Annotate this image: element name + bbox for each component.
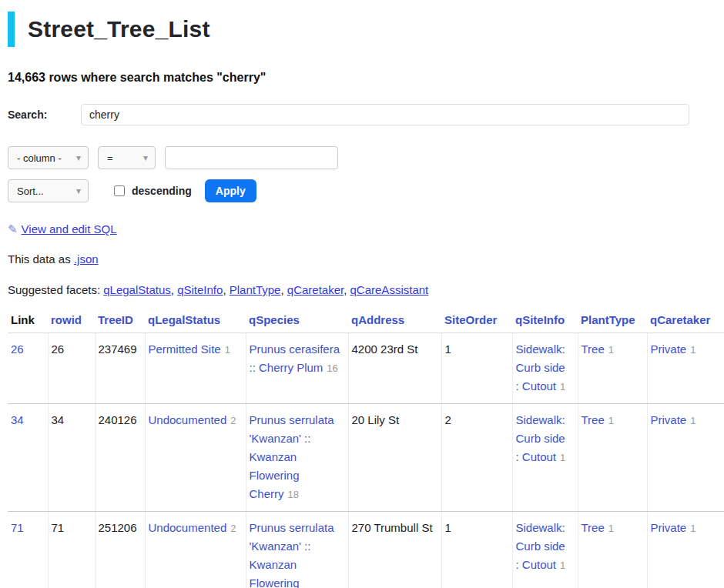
- facet-link-planttype[interactable]: PlantType: [230, 283, 281, 296]
- caretaker-link[interactable]: Private: [651, 413, 687, 426]
- sort-qsiteinfo-link[interactable]: qSiteInfo: [515, 313, 565, 326]
- table-row: 71 71 251206 Undocumented2 Prunus serrul…: [8, 512, 724, 588]
- page-title: Street_Tree_List: [8, 12, 724, 47]
- plant-type-link[interactable]: Tree: [582, 413, 605, 426]
- species-link[interactable]: Prunus serrulata 'Kwanzan' :: Kwanzan Fl…: [250, 521, 334, 588]
- caretaker-link[interactable]: Private: [651, 342, 687, 356]
- row-detail-link[interactable]: 71: [11, 521, 24, 534]
- results-table: Link rowid TreeID qLegalStatus qSpecies …: [8, 310, 724, 588]
- facet-link-qcareassistant[interactable]: qCareAssistant: [350, 283, 429, 296]
- sort-select-value: Sort...: [17, 185, 44, 197]
- facet-count: 1: [560, 381, 565, 393]
- sort-rowid-link[interactable]: rowid: [51, 313, 82, 326]
- sort-select[interactable]: Sort... ▾: [8, 179, 89, 202]
- descending-label: descending: [132, 185, 192, 197]
- sort-qlegalstatus-link[interactable]: qLegalStatus: [148, 313, 220, 326]
- row-detail-link[interactable]: 26: [11, 342, 24, 356]
- facet-count: 16: [327, 362, 337, 374]
- site-info-link[interactable]: Sidewalk: Curb side : Cutout: [516, 342, 565, 393]
- chevron-down-icon: ▾: [76, 152, 81, 163]
- facets-prefix: Suggested facets:: [8, 283, 103, 296]
- json-export-link[interactable]: .json: [74, 252, 99, 266]
- sql-link-row: ✎View and edit SQL: [8, 222, 724, 236]
- species-link[interactable]: Prunus serrulata 'Kwanzan' :: Kwanzan Fl…: [250, 413, 334, 500]
- search-form: Search:: [8, 104, 724, 125]
- facet-separator: ,: [344, 283, 350, 296]
- sort-qcaretaker-link[interactable]: qCaretaker: [650, 313, 710, 326]
- plant-type-link[interactable]: Tree: [582, 342, 605, 356]
- legal-status-link[interactable]: Undocumented: [149, 521, 227, 534]
- facet-count: 1: [690, 415, 696, 426]
- table-row: 26 26 237469 Permitted Site1 Prunus cera…: [8, 333, 724, 404]
- column-header-planttype: PlantType: [578, 310, 647, 333]
- search-label: Search:: [8, 109, 81, 121]
- table-row: 34 34 240126 Undocumented2 Prunus serrul…: [8, 404, 724, 512]
- cell-rowid: 34: [48, 404, 95, 512]
- cell-qaddress: 20 Lily St: [348, 404, 441, 512]
- facet-count: 1: [225, 344, 230, 356]
- site-info-link[interactable]: Sidewalk: Curb side : Cutout: [516, 413, 565, 463]
- cell-siteorder: 2: [441, 404, 512, 512]
- column-header-siteorder: SiteOrder: [441, 310, 512, 333]
- cell-link: 34: [8, 404, 48, 512]
- view-edit-sql-link[interactable]: View and edit SQL: [22, 222, 117, 236]
- column-header-link: Link: [8, 310, 48, 333]
- column-select[interactable]: - column - ▾: [8, 146, 89, 169]
- sort-qaddress-link[interactable]: qAddress: [351, 313, 404, 326]
- column-header-qcaretaker: qCaretaker: [647, 310, 724, 333]
- legal-status-link[interactable]: Undocumented: [149, 413, 227, 426]
- sort-treeid-link[interactable]: TreeID: [98, 313, 133, 326]
- site-info-link[interactable]: Sidewalk: Curb side : Cutout: [516, 521, 565, 571]
- facet-link-qlegalstatus[interactable]: qLegalStatus: [103, 283, 171, 296]
- caretaker-link[interactable]: Private: [651, 521, 687, 534]
- sort-qspecies-link[interactable]: qSpecies: [249, 313, 300, 326]
- data-export-row: This data as .json: [8, 252, 724, 266]
- descending-checkbox[interactable]: [114, 185, 125, 196]
- cell-qspecies: Prunus serrulata 'Kwanzan' :: Kwanzan Fl…: [246, 404, 348, 512]
- column-header-rowid: rowid: [48, 310, 95, 333]
- pencil-icon: ✎: [8, 222, 18, 236]
- cell-rowid: 26: [48, 333, 95, 404]
- facet-count: 18: [288, 489, 299, 500]
- cell-planttype: Tree1: [578, 333, 647, 404]
- facet-separator: ,: [280, 283, 287, 296]
- sort-siteorder-link[interactable]: SiteOrder: [444, 313, 497, 326]
- cell-planttype: Tree1: [578, 512, 647, 588]
- legal-status-link[interactable]: Permitted Site: [149, 342, 221, 356]
- data-as-prefix: This data as: [8, 252, 74, 266]
- cell-rowid: 71: [48, 512, 95, 588]
- facet-count: 1: [690, 344, 696, 356]
- plant-type-link[interactable]: Tree: [582, 521, 605, 534]
- search-input[interactable]: [81, 104, 689, 125]
- cell-treeid: 237469: [95, 333, 145, 404]
- cell-qlegalstatus: Undocumented2: [145, 404, 246, 512]
- filter-form: - column - ▾ = ▾: [8, 146, 724, 169]
- column-header-qsiteinfo: qSiteInfo: [512, 310, 578, 333]
- cell-siteorder: 1: [441, 512, 512, 588]
- cell-link: 26: [8, 333, 48, 404]
- operator-select[interactable]: = ▾: [98, 146, 156, 169]
- row-count-summary: 14,663 rows where search matches "cherry…: [8, 71, 724, 85]
- cell-siteorder: 1: [441, 333, 512, 404]
- chevron-down-icon: ▾: [143, 152, 148, 163]
- apply-button[interactable]: Apply: [205, 179, 256, 202]
- cell-treeid: 240126: [95, 404, 145, 512]
- facet-count: 1: [560, 452, 565, 463]
- facet-separator: ,: [223, 283, 229, 296]
- sort-form: Sort... ▾ descending Apply: [8, 179, 724, 202]
- cell-link: 71: [8, 512, 48, 588]
- facet-count: 1: [608, 523, 614, 534]
- suggested-facets-row: Suggested facets: qLegalStatus, qSiteInf…: [8, 283, 724, 296]
- sort-planttype-link[interactable]: PlantType: [581, 313, 635, 326]
- facet-link-qcaretaker[interactable]: qCaretaker: [287, 283, 344, 296]
- column-select-value: - column -: [17, 152, 62, 164]
- chevron-down-icon: ▾: [76, 185, 81, 196]
- cell-qcaretaker: Private1: [647, 512, 724, 588]
- cell-qspecies: Prunus serrulata 'Kwanzan' :: Kwanzan Fl…: [246, 512, 348, 588]
- column-header-qlegalstatus: qLegalStatus: [145, 310, 246, 333]
- table-header-row: Link rowid TreeID qLegalStatus qSpecies …: [8, 310, 724, 333]
- facet-link-qsiteinfo[interactable]: qSiteInfo: [177, 283, 223, 296]
- row-detail-link[interactable]: 34: [11, 413, 24, 426]
- facet-separator: ,: [171, 283, 177, 296]
- filter-value-input[interactable]: [165, 146, 338, 169]
